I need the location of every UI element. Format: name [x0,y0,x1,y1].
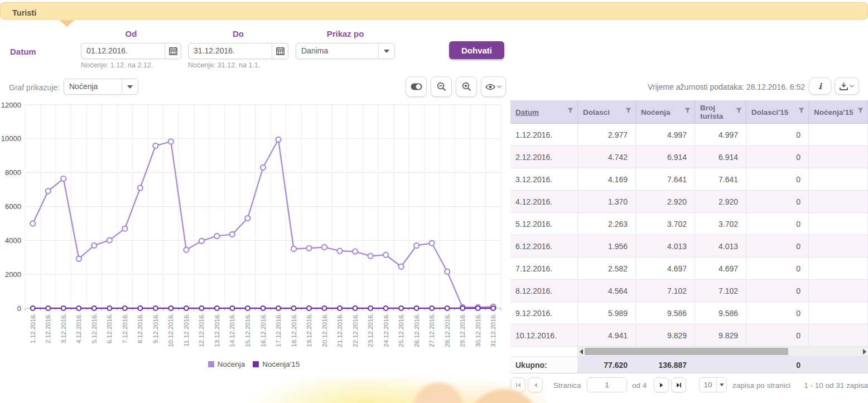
page-size-select[interactable]: 10 [699,377,727,392]
data-point-marker[interactable] [306,246,311,251]
page-size-dropdown-button[interactable] [716,378,726,392]
graf-prikazuje-select[interactable]: Noćenja [64,79,138,95]
dohvati-button[interactable]: Dohvati [449,41,504,59]
data-point-marker[interactable] [261,306,266,310]
data-point-marker[interactable] [491,306,495,310]
data-point-marker[interactable] [460,306,465,310]
data-point-marker[interactable] [353,249,358,254]
date-to-field[interactable]: 31.12.2016. [188,43,288,59]
filter-icon[interactable] [798,108,804,114]
data-point-marker[interactable] [430,306,434,310]
data-point-marker[interactable] [46,306,50,310]
table-row[interactable]: 9.12.2016.5.9899.5869.5860 [510,302,868,324]
data-point-marker[interactable] [61,306,66,310]
previous-page-button[interactable] [528,377,543,392]
line-chart[interactable]: 0200040006000800010000120001.12.2016.2.1… [0,101,508,358]
data-point-marker[interactable] [337,249,342,254]
data-point-marker[interactable] [445,306,450,310]
data-point-marker[interactable] [199,239,204,244]
data-point-marker[interactable] [30,221,35,226]
column-header-4[interactable]: Broj turista [695,100,746,123]
data-point-marker[interactable] [430,241,435,246]
data-point-marker[interactable] [322,245,327,250]
graf-prikazuje-dropdown-button[interactable] [122,79,138,94]
export-download-button[interactable] [835,77,859,95]
filter-icon[interactable] [857,108,864,114]
prikaz-po-dropdown-button[interactable] [378,43,394,59]
data-point-marker[interactable] [245,216,250,221]
data-point-marker[interactable] [76,256,81,261]
data-point-marker[interactable] [276,306,281,310]
data-point-marker[interactable] [353,306,358,310]
legend-item[interactable]: Noćenja'15 [253,360,300,368]
data-point-marker[interactable] [384,306,388,310]
column-header-1[interactable]: Datum [510,100,578,123]
data-point-marker[interactable] [184,306,189,310]
data-point-marker[interactable] [414,306,419,310]
data-point-marker[interactable] [153,143,158,148]
data-point-marker[interactable] [138,306,142,310]
data-point-marker[interactable] [291,246,296,251]
horizontal-scrollbar[interactable] [578,347,868,356]
data-point-marker[interactable] [107,237,112,242]
table-row[interactable]: 1.12.2016.2.9774.9974.9970 [510,124,868,146]
table-row[interactable]: 3.12.2016.4.1697.6417.6410 [510,168,868,191]
scroll-right-icon[interactable] [863,349,866,355]
data-point-marker[interactable] [199,306,204,310]
chart-toggle-button[interactable] [406,76,427,97]
table-row[interactable]: 7.12.2016.2.5824.6974.6970 [510,258,868,280]
date-from-field[interactable]: 01.12.2016. [81,43,181,59]
data-point-marker[interactable] [122,226,127,231]
data-point-marker[interactable] [91,243,97,248]
filter-icon[interactable] [684,108,691,114]
date-to-value[interactable]: 31.12.2016. [189,43,272,59]
table-row[interactable]: 5.12.2016.2.2633.7023.7020 [510,213,868,235]
data-point-marker[interactable] [168,139,173,144]
page-number-input[interactable] [587,377,627,392]
table-row[interactable]: 8.12.2016.4.5647.1027.1020 [510,280,868,302]
data-point-marker[interactable] [230,306,234,310]
column-header-5[interactable]: Dolasci'15 [746,100,809,123]
data-point-marker[interactable] [92,306,97,310]
data-point-marker[interactable] [476,306,480,310]
chart-zoom-in-button[interactable] [456,76,477,97]
data-point-marker[interactable] [215,306,219,310]
column-header-6[interactable]: Noćenja'15 [809,100,868,123]
data-point-marker[interactable] [76,306,81,310]
data-point-marker[interactable] [184,247,189,253]
data-point-marker[interactable] [138,185,143,190]
data-point-marker[interactable] [292,306,296,310]
table-row[interactable]: 4.12.2016.1.3702.9202.9200 [510,191,868,213]
data-point-marker[interactable] [368,254,373,259]
data-point-marker[interactable] [46,188,51,193]
prikaz-po-select[interactable]: Danima [296,43,395,59]
data-point-marker[interactable] [399,306,403,310]
date-to-calendar-button[interactable] [272,43,288,59]
data-point-marker[interactable] [399,264,404,269]
data-point-marker[interactable] [214,234,219,239]
data-point-marker[interactable] [153,306,158,310]
data-point-marker[interactable] [307,306,311,310]
date-from-value[interactable]: 01.12.2016. [81,43,165,59]
data-point-marker[interactable] [31,306,35,310]
data-point-marker[interactable] [445,269,450,274]
data-point-marker[interactable] [383,253,388,258]
data-point-marker[interactable] [123,306,127,310]
date-from-calendar-button[interactable] [165,43,181,59]
filter-icon[interactable] [625,108,631,114]
filter-icon[interactable] [736,108,742,114]
chart-visibility-button[interactable] [481,76,506,97]
column-header-2[interactable]: Dolasci [578,100,636,123]
data-point-marker[interactable] [368,306,373,310]
last-page-button[interactable] [671,377,686,392]
data-point-marker[interactable] [261,165,266,170]
scrollbar-thumb[interactable] [585,348,788,355]
legend-item[interactable]: Noćenja [208,360,245,368]
data-point-marker[interactable] [337,306,342,310]
data-point-marker[interactable] [168,306,173,310]
filter-icon[interactable] [567,108,573,114]
column-header-3[interactable]: Noćenja [636,100,695,123]
data-point-marker[interactable] [414,243,419,248]
data-point-marker[interactable] [245,306,250,310]
data-point-marker[interactable] [322,306,327,310]
